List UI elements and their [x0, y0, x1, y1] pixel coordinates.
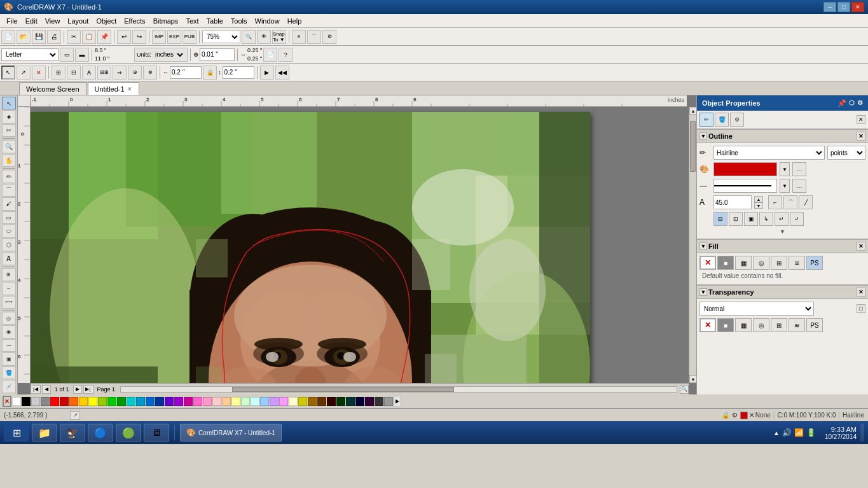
outline-color-dropdown[interactable]: ▼ — [780, 162, 790, 176]
transform-btn[interactable]: ⊞ — [52, 66, 65, 80]
menu-view[interactable]: View — [41, 16, 64, 26]
scroll-up-btn[interactable]: ▲ — [689, 107, 696, 115]
break-btn[interactable]: ⊗ — [143, 66, 157, 80]
arrow-indicator[interactable]: ↗ — [70, 411, 80, 420]
freehand-draw-tool[interactable]: ✏ — [2, 170, 16, 183]
palette-blue[interactable] — [146, 397, 155, 406]
help-btn[interactable]: ? — [279, 48, 293, 62]
cap-square-btn[interactable]: ▣ — [744, 212, 758, 226]
ellipse-tool[interactable]: ⬭ — [2, 225, 16, 237]
palette-lavender[interactable] — [270, 397, 279, 406]
publish-btn[interactable]: PUB — [183, 30, 196, 44]
taskbar-app4[interactable]: 🟢 — [116, 424, 141, 442]
menu-table[interactable]: Table — [203, 16, 227, 26]
corner-miter-btn[interactable]: ⌐ — [768, 195, 782, 209]
palette-darkgreen[interactable] — [117, 397, 126, 406]
palette-white[interactable] — [12, 397, 21, 406]
outline-style-dropdown[interactable]: ▼ — [780, 179, 790, 193]
palette-pink[interactable] — [203, 397, 212, 406]
trans-linear-btn[interactable]: ▦ — [735, 318, 752, 332]
rect-tool[interactable]: ▭ — [2, 211, 16, 224]
table-tool[interactable]: ⊞ — [2, 268, 16, 281]
hscroll-thumb[interactable] — [232, 387, 455, 392]
tab-close-btn[interactable]: ✕ — [127, 86, 132, 92]
taskbar-file-explorer[interactable]: 📁 — [32, 424, 57, 442]
align-btn[interactable]: ≡ — [292, 30, 306, 44]
fill-expand-icon[interactable]: ▼ — [699, 242, 707, 250]
distort-tool[interactable]: 〜 — [2, 339, 16, 352]
palette-ltblue[interactable] — [136, 397, 145, 406]
taskbar-app2[interactable]: 🦅 — [60, 424, 85, 442]
trans-solid-btn[interactable]: ■ — [717, 318, 734, 332]
text-tool[interactable]: A — [82, 66, 96, 80]
select-tool-indicator[interactable]: ↖ — [1, 66, 15, 80]
palette-ltcyan[interactable] — [251, 397, 259, 406]
menu-bitmaps[interactable]: Bitmaps — [149, 16, 183, 26]
fill-section-header[interactable]: ▼ Fill ✕ — [697, 239, 868, 253]
palette-green[interactable] — [107, 397, 116, 406]
units-btn[interactable]: Units: inches mm — [134, 48, 188, 62]
transparency-section-close[interactable]: ✕ — [857, 288, 865, 296]
options-btn[interactable]: ⚙ — [322, 30, 336, 44]
fill-pattern-btn[interactable]: ⊞ — [771, 256, 787, 270]
menu-file[interactable]: File — [3, 16, 22, 26]
lock-ratio-btn[interactable]: 🔒 — [203, 66, 217, 80]
portrait-btn[interactable]: ▭ — [60, 48, 74, 62]
new-btn[interactable]: 📄 — [1, 30, 15, 44]
palette-magenta[interactable] — [184, 397, 193, 406]
menu-window[interactable]: Window — [251, 16, 284, 26]
vscroll-thumb[interactable] — [690, 121, 696, 172]
palette-dkgray[interactable] — [375, 397, 383, 406]
cap-arrow3-btn[interactable]: ⤶ — [790, 212, 804, 226]
fill-postscript-btn[interactable]: PS — [806, 256, 823, 270]
fill-radial-btn[interactable]: ◎ — [753, 256, 769, 270]
palette-black[interactable] — [22, 397, 31, 406]
scroll-next-page[interactable]: ▶ — [73, 385, 82, 394]
palette-dkblue[interactable] — [155, 397, 164, 406]
transparency-section-header[interactable]: ▼ Transparency ✕ — [697, 285, 868, 299]
paste-btn[interactable]: 📌 — [97, 30, 111, 44]
palette-dkbrown[interactable] — [317, 397, 326, 406]
palette-maroon[interactable] — [327, 397, 336, 406]
crop-tool[interactable]: ✂ — [2, 124, 16, 137]
minimize-btn[interactable]: ─ — [823, 2, 836, 12]
palette-ltpink[interactable] — [193, 397, 202, 406]
no-fill-swatch[interactable]: ✕ — [3, 396, 11, 407]
palette-midgray[interactable] — [384, 397, 393, 406]
transparency-expand-icon[interactable]: ▼ — [699, 288, 707, 296]
maximize-btn[interactable]: □ — [837, 2, 850, 12]
fill-texture-btn[interactable]: ≋ — [789, 256, 805, 270]
palette-ltyelow[interactable] — [231, 397, 240, 406]
obj-height-input[interactable] — [223, 66, 254, 79]
obj-width-input[interactable] — [170, 66, 202, 79]
palette-cream[interactable] — [289, 397, 298, 406]
select-tool[interactable]: ↖ — [2, 97, 16, 109]
outline-section-close[interactable]: ✕ — [857, 132, 865, 141]
taskbar-clock[interactable]: 9:33 AM 10/27/2014 — [825, 426, 857, 440]
palette-orange[interactable] — [69, 397, 78, 406]
cut-btn[interactable]: ✂ — [67, 30, 81, 44]
menu-object[interactable]: Object — [92, 16, 120, 26]
zoom-select[interactable]: 75% 100% 50% — [202, 31, 240, 43]
scroll-first-page[interactable]: |◀ — [31, 385, 41, 394]
palette-scroll-right[interactable]: ▶ — [394, 396, 401, 407]
open-btn[interactable]: 📂 — [17, 30, 31, 44]
palette-dkpurple[interactable] — [365, 397, 374, 406]
palette-lgray[interactable] — [31, 397, 40, 406]
menu-layout[interactable]: Layout — [64, 16, 92, 26]
outline-color-swatch[interactable] — [713, 162, 777, 176]
taskbar-app5[interactable]: 🖥 — [144, 424, 169, 442]
coreldraw-taskbar-btn[interactable]: 🎨 CorelDRAW X7 - Untitled-1 — [180, 424, 282, 442]
copy-btn[interactable]: 📋 — [82, 30, 96, 44]
trans-texture-btn[interactable]: ≋ — [789, 318, 805, 332]
trans-radial-btn[interactable]: ◎ — [753, 318, 769, 332]
convert-btn[interactable]: ⇒ — [113, 66, 127, 80]
panel-pin-icon[interactable]: 📌 — [837, 99, 846, 108]
cap-arrow2-btn[interactable]: ↵ — [775, 212, 789, 226]
eyedropper-tool[interactable]: 💉 — [2, 380, 16, 393]
tab-untitled[interactable]: Untitled-1 ✕ — [88, 82, 139, 95]
cap-butt-btn[interactable]: ⊟ — [713, 212, 727, 226]
palette-violet[interactable] — [165, 397, 174, 406]
palette-gold[interactable] — [79, 397, 88, 406]
text-tool-box[interactable]: A — [2, 252, 16, 265]
